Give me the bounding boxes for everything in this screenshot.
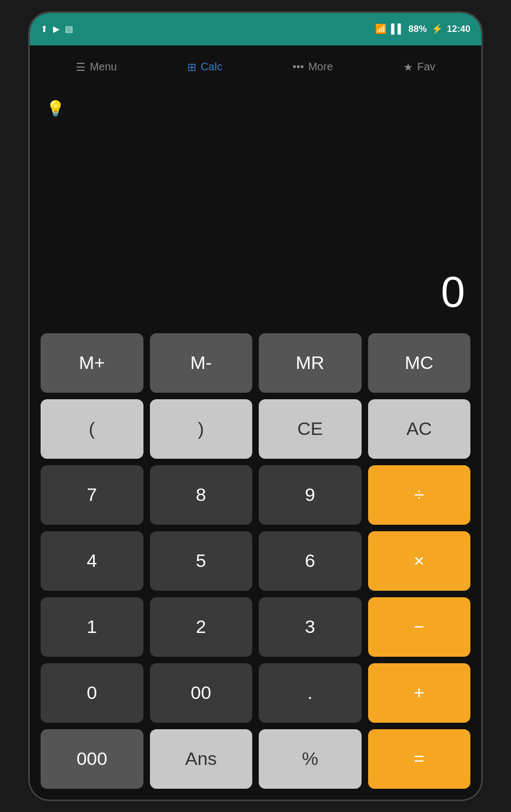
- charging-icon: ⚡: [431, 23, 443, 35]
- nav-fav[interactable]: ★ Fav: [403, 61, 435, 74]
- display-number: 0: [41, 267, 470, 328]
- btn-memory-recall[interactable]: MR: [259, 333, 362, 393]
- btn-ans[interactable]: Ans: [150, 729, 253, 789]
- btn-4[interactable]: 4: [41, 531, 143, 591]
- nav-calc[interactable]: ⊞ Calc: [187, 61, 222, 74]
- time-display: 12:40: [447, 24, 470, 35]
- notification-icon-1: ⬆: [41, 24, 48, 34]
- btn-memory-minus[interactable]: M-: [150, 333, 253, 393]
- phone-frame: ⬆ ▶ ▤ 📶 ▌▌ 88% ⚡ 12:40 ☰ Menu ⊞ Calc •••…: [28, 11, 483, 801]
- calc-grid-icon: ⊞: [187, 61, 196, 74]
- fav-label: Fav: [417, 61, 435, 73]
- more-label: More: [308, 61, 333, 73]
- btn-decimal[interactable]: .: [259, 663, 362, 723]
- btn-open-paren[interactable]: (: [41, 399, 143, 459]
- btn-ce[interactable]: CE: [259, 399, 362, 459]
- wifi-icon: 📶: [375, 23, 386, 35]
- battery-text: 88%: [408, 24, 427, 35]
- display-area: 💡 0: [41, 89, 470, 333]
- btn-9[interactable]: 9: [259, 465, 362, 525]
- btn-1[interactable]: 1: [41, 597, 143, 657]
- menu-label: Menu: [90, 61, 117, 73]
- btn-percent[interactable]: %: [259, 729, 362, 789]
- btn-6[interactable]: 6: [259, 531, 362, 591]
- btn-2[interactable]: 2: [150, 597, 253, 657]
- btn-divide[interactable]: ÷: [368, 465, 471, 525]
- btn-memory-plus[interactable]: M+: [41, 333, 143, 393]
- btn-ac[interactable]: AC: [368, 399, 471, 459]
- btn-5[interactable]: 5: [150, 531, 253, 591]
- calc-label: Calc: [201, 61, 222, 73]
- signal-icon: ▌▌: [391, 24, 404, 35]
- menu-icon: ☰: [76, 61, 86, 74]
- notification-icon-3: ▤: [65, 24, 73, 34]
- nav-menu[interactable]: ☰ Menu: [76, 61, 117, 74]
- calculator-body: 💡 0 M+ M- MR MC ( ) CE AC 7 8 9 ÷ 4 5 6 …: [30, 89, 481, 800]
- lightbulb-row: 💡: [41, 94, 470, 123]
- btn-subtract[interactable]: −: [368, 597, 471, 657]
- more-icon: •••: [292, 61, 304, 73]
- btn-3[interactable]: 3: [259, 597, 362, 657]
- btn-00[interactable]: 00: [150, 663, 253, 723]
- lightbulb-icon: 💡: [46, 100, 65, 117]
- status-bar: ⬆ ▶ ▤ 📶 ▌▌ 88% ⚡ 12:40: [30, 13, 481, 45]
- status-icons: ⬆ ▶ ▤: [41, 24, 73, 34]
- btn-close-paren[interactable]: ): [150, 399, 253, 459]
- star-icon: ★: [403, 61, 413, 74]
- btn-8[interactable]: 8: [150, 465, 253, 525]
- btn-add[interactable]: +: [368, 663, 471, 723]
- button-grid: M+ M- MR MC ( ) CE AC 7 8 9 ÷ 4 5 6 × 1 …: [41, 333, 470, 789]
- status-right: 📶 ▌▌ 88% ⚡ 12:40: [375, 23, 470, 35]
- btn-equals[interactable]: =: [368, 729, 471, 789]
- btn-memory-clear[interactable]: MC: [368, 333, 471, 393]
- btn-000[interactable]: 000: [41, 729, 143, 789]
- nav-more[interactable]: ••• More: [292, 61, 333, 73]
- btn-0[interactable]: 0: [41, 663, 143, 723]
- nav-bar: ☰ Menu ⊞ Calc ••• More ★ Fav: [30, 45, 481, 89]
- btn-7[interactable]: 7: [41, 465, 143, 525]
- btn-multiply[interactable]: ×: [368, 531, 471, 591]
- notification-icon-2: ▶: [53, 24, 60, 34]
